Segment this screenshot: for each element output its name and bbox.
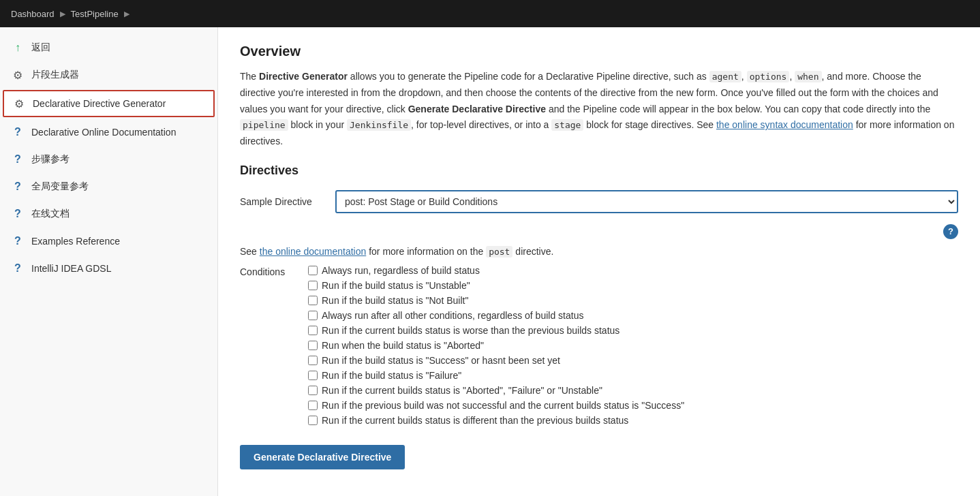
condition-label: Run if the current builds status is diff… xyxy=(322,415,628,426)
sidebar-item-step-reference[interactable]: ? 步骤参考 xyxy=(0,146,217,173)
sidebar-item-label-online: 在线文档 xyxy=(31,208,70,220)
sidebar-item-global-vars[interactable]: ? 全局变量参考 xyxy=(0,173,217,200)
sidebar-item-label-snippet: 片段生成器 xyxy=(31,69,79,81)
overview-code3: when xyxy=(795,71,821,82)
conditions-section: See the online documentation for more in… xyxy=(240,246,958,426)
sidebar-item-online-docs[interactable]: ? 在线文档 xyxy=(0,200,217,228)
overview-code4: pipeline xyxy=(240,119,288,131)
sidebar-item-label-step: 步骤参考 xyxy=(31,153,70,166)
gear-icon-declarative: ⚙ xyxy=(12,97,26,110)
condition-item: Always run, regardless of build status xyxy=(308,265,684,276)
sidebar-item-label-intellij: IntelliJ IDEA GDSL xyxy=(31,263,112,274)
condition-item: Run if the build status is "Unstable" xyxy=(308,280,684,291)
overview-code1: agent xyxy=(709,71,741,82)
condition-label: Run when the build status is "Aborted" xyxy=(322,340,484,351)
condition-item: Run when the build status is "Aborted" xyxy=(308,340,684,351)
condition-label: Run if the current builds status is "Abo… xyxy=(322,385,602,396)
gear-icon-snippet: ⚙ xyxy=(11,68,25,82)
condition-item: Run if the current builds status is diff… xyxy=(308,415,684,426)
directive-row: Sample Directive post: Post Stage or Bui… xyxy=(240,190,958,213)
help-icon-row: ? xyxy=(240,224,958,239)
conditions-label: Conditions xyxy=(240,265,308,426)
overview-title: Overview xyxy=(240,44,958,59)
online-syntax-doc-link[interactable]: the online syntax documentation xyxy=(716,119,853,130)
question-icon-online: ? xyxy=(11,207,25,221)
condition-checkbox[interactable] xyxy=(308,341,318,350)
condition-item: Always run after all other conditions, r… xyxy=(308,310,684,321)
directive-select[interactable]: post: Post Stage or Build Conditionsagen… xyxy=(335,190,958,213)
condition-item: Run if the current builds status is wors… xyxy=(308,325,684,336)
condition-checkbox[interactable] xyxy=(308,401,318,410)
dashboard-link[interactable]: Dashboard xyxy=(11,9,55,19)
condition-checkbox[interactable] xyxy=(308,326,318,335)
overview-text-before-bold: The xyxy=(240,71,259,82)
main-content: Overview The Directive Generator allows … xyxy=(218,27,980,496)
top-nav: Dashboard ▶ TestPipeline ▶ xyxy=(0,0,980,27)
condition-label: Run if the build status is "Unstable" xyxy=(322,280,470,291)
sidebar: ↑ 返回 ⚙ 片段生成器 ⚙ Declarative Directive Gen… xyxy=(0,27,218,496)
conditions-info-text3: directive. xyxy=(512,246,553,257)
sidebar-item-label-declarative: Declarative Directive Generator xyxy=(33,98,166,109)
sidebar-item-snippet-generator[interactable]: ⚙ 片段生成器 xyxy=(0,61,217,89)
condition-checkbox[interactable] xyxy=(308,356,318,365)
overview-text: The Directive Generator allows you to ge… xyxy=(240,69,958,150)
condition-checkbox[interactable] xyxy=(308,386,318,395)
breadcrumb-chevron-1: ▶ xyxy=(60,10,65,18)
generate-button[interactable]: Generate Declarative Directive xyxy=(240,445,405,469)
question-icon-declarative-docs: ? xyxy=(11,125,25,139)
condition-label: Run if the current builds status is wors… xyxy=(322,325,619,336)
up-arrow-icon: ↑ xyxy=(11,41,25,55)
conditions-info: See the online documentation for more in… xyxy=(240,246,958,257)
question-icon-intellij: ? xyxy=(11,262,25,275)
condition-checkbox[interactable] xyxy=(308,281,318,290)
sidebar-item-label-declarative-docs: Declarative Online Documentation xyxy=(31,127,176,138)
breadcrumb-chevron-2: ▶ xyxy=(124,10,129,18)
question-icon-step: ? xyxy=(11,153,25,166)
condition-checkbox[interactable] xyxy=(308,296,318,305)
condition-item: Run if the build status is "Failure" xyxy=(308,370,684,381)
conditions-table: Conditions Always run, regardless of bui… xyxy=(240,265,958,426)
app-layout: ↑ 返回 ⚙ 片段生成器 ⚙ Declarative Directive Gen… xyxy=(0,27,980,496)
condition-item: Run if the build status is "Success" or … xyxy=(308,355,684,366)
condition-label: Run if the build status is "Not Built" xyxy=(322,295,468,306)
overview-code5: Jenkinsfile xyxy=(347,119,411,131)
online-doc-link[interactable]: the online documentation xyxy=(260,246,366,257)
sidebar-item-intellij[interactable]: ? IntelliJ IDEA GDSL xyxy=(0,255,217,282)
conditions-list: Always run, regardless of build statusRu… xyxy=(308,265,684,426)
question-icon-global: ? xyxy=(11,180,25,193)
condition-item: Run if the current builds status is "Abo… xyxy=(308,385,684,396)
condition-label: Run if the previous build was not succes… xyxy=(322,400,684,411)
condition-item: Run if the previous build was not succes… xyxy=(308,400,684,411)
overview-code6: stage xyxy=(551,119,583,131)
sidebar-item-declarative-docs[interactable]: ? Declarative Online Documentation xyxy=(0,119,217,146)
condition-checkbox[interactable] xyxy=(308,416,318,425)
conditions-info-text1: See xyxy=(240,246,260,257)
help-icon[interactable]: ? xyxy=(943,224,958,239)
condition-label: Run if the build status is "Success" or … xyxy=(322,355,560,366)
condition-checkbox[interactable] xyxy=(308,371,318,380)
directive-label: Sample Directive xyxy=(240,196,335,207)
sidebar-item-declarative-directive[interactable]: ⚙ Declarative Directive Generator xyxy=(3,90,215,117)
overview-text1: allows you to generate the Pipeline code… xyxy=(348,71,709,82)
conditions-info-text2: for more information on the xyxy=(366,246,486,257)
condition-label: Run if the build status is "Failure" xyxy=(322,370,461,381)
condition-item: Run if the build status is "Not Built" xyxy=(308,295,684,306)
sidebar-item-examples[interactable]: ? Examples Reference xyxy=(0,228,217,255)
condition-checkbox[interactable] xyxy=(308,266,318,275)
sidebar-item-label-back: 返回 xyxy=(31,42,50,54)
condition-checkbox[interactable] xyxy=(308,311,318,320)
overview-bold2: Generate Declarative Directive xyxy=(408,104,546,114)
conditions-info-code: post xyxy=(486,246,512,258)
question-icon-examples: ? xyxy=(11,234,25,248)
overview-bold1: Directive Generator xyxy=(259,71,348,82)
condition-label: Always run, regardless of build status xyxy=(322,265,480,276)
overview-text5: , for top-level directives, or into a xyxy=(411,119,551,130)
overview-code2: options xyxy=(747,71,790,82)
sidebar-item-back[interactable]: ↑ 返回 xyxy=(0,34,217,61)
overview-text3: and the Pipeline code will appear in the… xyxy=(546,104,930,114)
directives-title: Directives xyxy=(240,164,958,178)
sidebar-item-label-global: 全局变量参考 xyxy=(31,181,89,193)
condition-label: Always run after all other conditions, r… xyxy=(322,310,583,321)
pipeline-link[interactable]: TestPipeline xyxy=(71,9,119,19)
overview-text6: block for stage directives. See xyxy=(583,119,716,130)
